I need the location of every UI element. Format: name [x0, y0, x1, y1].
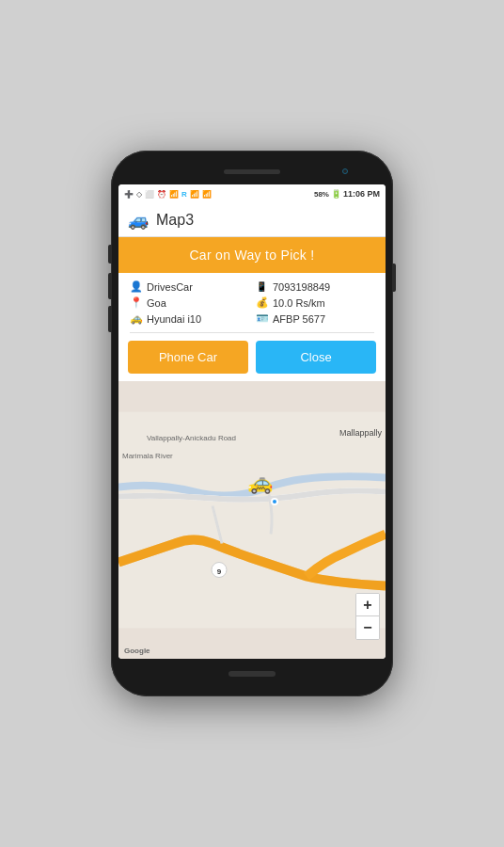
road-label: Vallappally-Anickadu Road: [147, 434, 236, 442]
user-location-dot: [271, 498, 278, 505]
volume-down-button: [108, 273, 112, 299]
google-watermark: Google: [124, 647, 150, 655]
plate-number: AFBP 5677: [273, 313, 325, 325]
wifi-icon: 📶: [169, 190, 179, 199]
power-button: [392, 264, 396, 292]
app-bar: 🚙 Map3: [118, 203, 386, 237]
location-row: 📍 Goa: [130, 296, 248, 309]
rate-row: 💰 10.0 Rs/km: [256, 296, 374, 309]
map-view[interactable]: 9 Vallappally-Anickadu Road Marimala Riv…: [118, 381, 386, 659]
app-car-icon: 🚙: [128, 210, 149, 231]
driver-icon: 👤: [130, 280, 143, 293]
car-marker: 🚕: [247, 471, 273, 495]
zoom-in-button[interactable]: +: [356, 594, 379, 616]
plate-row: 🪪 AFBP 5677: [256, 312, 374, 325]
battery-level: 58%: [314, 190, 329, 199]
ride-info: 👤 DrivesCar 📱 7093198849 📍 Goa 💰 10.0 Rs…: [118, 273, 386, 332]
signal2-icon: 📶: [202, 190, 212, 199]
alarm-icon: ⏰: [157, 190, 166, 199]
phone-icon: 📱: [256, 281, 269, 292]
location-name: Goa: [147, 297, 166, 309]
driver-name: DrivesCar: [147, 281, 193, 293]
status-icons-left: ➕ ◇ ⬜ ⏰ 📶 R 📶 📶: [124, 190, 212, 199]
svg-text:9: 9: [217, 567, 222, 576]
zoom-out-button[interactable]: −: [356, 616, 379, 639]
earned-icon: 🚕: [130, 312, 143, 325]
zoom-controls: + −: [355, 593, 380, 640]
plate-icon: 🪪: [256, 312, 269, 325]
top-bar: [118, 162, 386, 181]
phone-screen: ➕ ◇ ⬜ ⏰ 📶 R 📶 📶 58% 🔋 11:06 PM 🚙 Map3 Ca…: [118, 184, 386, 659]
volume-up-button: [108, 245, 112, 264]
svg-rect-0: [118, 412, 386, 629]
river-label: Marimala River: [122, 452, 173, 460]
driver-row: 👤 DrivesCar: [130, 280, 248, 293]
rate-icon: 💰: [256, 296, 269, 309]
front-camera: [342, 168, 348, 174]
camera-button: [108, 306, 112, 332]
close-button[interactable]: Close: [256, 341, 376, 374]
city-label: Mallappally: [339, 428, 382, 438]
location-pin-icon: 📍: [130, 296, 143, 309]
phone-row: 📱 7093198849: [256, 280, 374, 293]
home-button[interactable]: [228, 671, 276, 677]
phone-car-button[interactable]: Phone Car: [128, 341, 248, 374]
speaker: [224, 169, 280, 174]
map-svg: 9: [118, 381, 386, 659]
location-icon: ◇: [136, 190, 142, 199]
image-icon: ⬜: [145, 190, 154, 199]
phone-bottom-bar: [228, 663, 276, 685]
battery-icon: 🔋: [331, 189, 341, 199]
status-icons-right: 58% 🔋 11:06 PM: [314, 189, 380, 199]
earned-row: 🚕 Hyundai i10: [130, 312, 248, 325]
action-buttons: Phone Car Close: [118, 333, 386, 381]
status-banner: Car on Way to Pick !: [118, 237, 386, 273]
clock: 11:06 PM: [343, 189, 380, 199]
car-model: Hyundai i10: [147, 313, 201, 325]
app-title: Map3: [156, 212, 194, 229]
phone-number: 7093198849: [273, 281, 330, 293]
banner-text: Car on Way to Pick !: [189, 248, 314, 263]
phone-frame: ➕ ◇ ⬜ ⏰ 📶 R 📶 📶 58% 🔋 11:06 PM 🚙 Map3 Ca…: [111, 151, 393, 696]
rate-value: 10.0 Rs/km: [273, 297, 325, 309]
add-icon: ➕: [124, 190, 134, 199]
status-bar: ➕ ◇ ⬜ ⏰ 📶 R 📶 📶 58% 🔋 11:06 PM: [118, 184, 386, 203]
signal-icon: 📶: [190, 190, 199, 199]
network-r-icon: R: [181, 190, 187, 199]
